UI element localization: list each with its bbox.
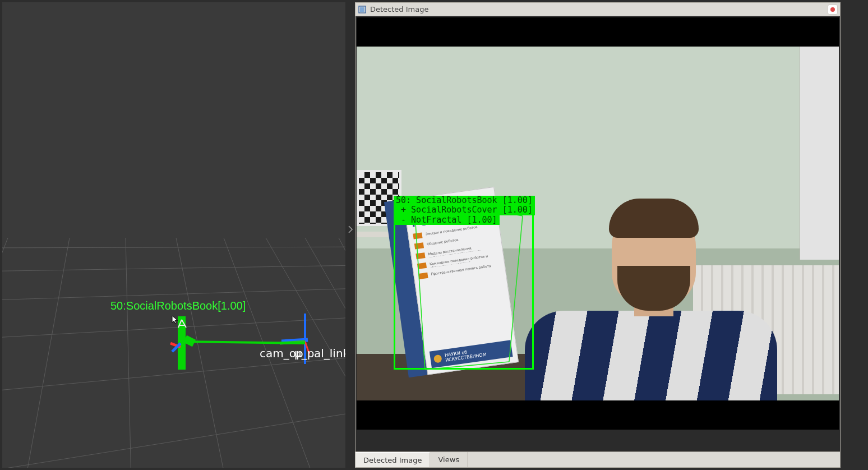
image-display-area[interactable]: СОЦИАЛЬНЫЕ СООБЩЕСТВА РОБОТОВ Эмоции и п… bbox=[355, 16, 840, 451]
svg-line-5 bbox=[2, 406, 345, 468]
svg-point-28 bbox=[830, 7, 835, 12]
window-title: Detected Image bbox=[370, 5, 824, 13]
panel-expand-handle[interactable] bbox=[346, 223, 355, 236]
rviz-viewport[interactable]: 50:SocialRobotsBook[1.00] cam_op µ_p al_… bbox=[2, 2, 345, 468]
window-titlebar[interactable]: Detected Image bbox=[355, 3, 840, 16]
scene-poster bbox=[800, 47, 839, 260]
detection-marker-label: 50:SocialRobotsBook[1.00] bbox=[110, 299, 246, 312]
camera-frame: СОЦИАЛЬНЫЕ СООБЩЕСТВА РОБОТОВ Эмоции и п… bbox=[357, 17, 839, 430]
frame-label-mid: µ_p bbox=[294, 347, 314, 360]
scene-person bbox=[525, 221, 777, 400]
svg-rect-27 bbox=[360, 7, 364, 12]
image-window: Detected Image bbox=[355, 2, 841, 468]
rviz-3d-panel[interactable]: 50:SocialRobotsBook[1.00] cam_op µ_p al_… bbox=[2, 2, 345, 468]
svg-line-0 bbox=[2, 247, 345, 248]
frame-label-link: al_link bbox=[314, 347, 345, 360]
window-close-button[interactable] bbox=[828, 4, 838, 15]
tab-label: Views bbox=[438, 455, 459, 464]
svg-line-6 bbox=[2, 238, 8, 468]
tab-label: Detected Image bbox=[363, 456, 422, 464]
ground-grid bbox=[2, 2, 345, 468]
svg-line-2 bbox=[2, 287, 345, 301]
bottom-tabbar: Detected Image Views bbox=[355, 451, 840, 467]
svg-line-8 bbox=[126, 238, 131, 468]
svg-line-1 bbox=[2, 265, 345, 271]
chevron-right-icon bbox=[348, 225, 353, 233]
close-icon bbox=[830, 7, 835, 12]
svg-line-7 bbox=[25, 238, 70, 468]
image-window-icon bbox=[358, 5, 367, 14]
camera-scene: СОЦИАЛЬНЫЕ СООБЩЕСТВА РОБОТОВ Эмоции и п… bbox=[357, 47, 839, 400]
svg-line-13 bbox=[339, 238, 345, 344]
letterbox-top bbox=[357, 17, 839, 47]
tab-views[interactable]: Views bbox=[430, 452, 468, 467]
tab-detected-image[interactable]: Detected Image bbox=[355, 452, 430, 467]
svg-line-3 bbox=[2, 315, 345, 339]
letterbox-bottom bbox=[357, 400, 839, 430]
svg-line-20 bbox=[185, 339, 194, 343]
